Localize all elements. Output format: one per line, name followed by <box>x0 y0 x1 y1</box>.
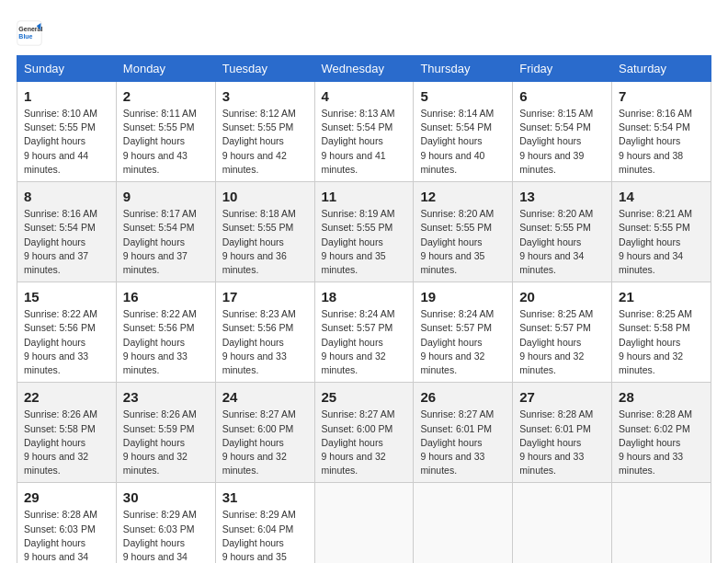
weekday-header: Tuesday <box>215 56 314 82</box>
day-info: Sunrise: 8:23 AMSunset: 5:56 PMDaylight … <box>222 308 296 375</box>
day-info: Sunrise: 8:26 AMSunset: 5:59 PMDaylight … <box>123 408 197 476</box>
day-number: 31 <box>222 488 308 507</box>
day-info: Sunrise: 8:28 AMSunset: 6:03 PMDaylight … <box>24 509 97 563</box>
calendar-cell: 20 Sunrise: 8:25 AMSunset: 5:57 PMDaylig… <box>513 282 612 383</box>
calendar-cell: 17 Sunrise: 8:23 AMSunset: 5:56 PMDaylig… <box>215 282 314 383</box>
day-number: 13 <box>519 187 605 206</box>
day-info: Sunrise: 8:24 AMSunset: 5:57 PMDaylight … <box>420 308 494 375</box>
day-info: Sunrise: 8:16 AMSunset: 5:54 PMDaylight … <box>619 108 692 175</box>
day-info: Sunrise: 8:15 AMSunset: 5:54 PMDaylight … <box>519 108 593 175</box>
day-info: Sunrise: 8:24 AMSunset: 5:57 PMDaylight … <box>322 308 395 375</box>
day-info: Sunrise: 8:20 AMSunset: 5:55 PMDaylight … <box>519 208 593 275</box>
day-info: Sunrise: 8:10 AMSunset: 5:55 PMDaylight … <box>24 108 97 175</box>
day-number: 22 <box>24 387 109 407</box>
day-info: Sunrise: 8:22 AMSunset: 5:56 PMDaylight … <box>24 308 97 375</box>
calendar-cell: 16 Sunrise: 8:22 AMSunset: 5:56 PMDaylig… <box>116 282 215 383</box>
calendar-cell: 2 Sunrise: 8:11 AMSunset: 5:55 PMDayligh… <box>116 82 215 182</box>
calendar-cell: 10 Sunrise: 8:18 AMSunset: 5:55 PMDaylig… <box>215 182 314 282</box>
calendar-cell: 1 Sunrise: 8:10 AMSunset: 5:55 PMDayligh… <box>17 82 117 182</box>
calendar-cell: 18 Sunrise: 8:24 AMSunset: 5:57 PMDaylig… <box>314 282 414 383</box>
day-number: 14 <box>619 187 704 206</box>
weekday-header: Monday <box>116 56 215 82</box>
weekday-header: Thursday <box>414 56 513 82</box>
day-number: 24 <box>222 387 308 407</box>
calendar-cell: 27 Sunrise: 8:28 AMSunset: 6:01 PMDaylig… <box>513 383 612 483</box>
day-number: 25 <box>322 387 407 407</box>
day-info: Sunrise: 8:28 AMSunset: 6:01 PMDaylight … <box>519 408 593 476</box>
day-info: Sunrise: 8:18 AMSunset: 5:55 PMDaylight … <box>222 208 296 275</box>
day-info: Sunrise: 8:27 AMSunset: 6:00 PMDaylight … <box>222 408 296 476</box>
day-info: Sunrise: 8:27 AMSunset: 6:01 PMDaylight … <box>420 408 494 476</box>
calendar-cell: 31 Sunrise: 8:29 AMSunset: 6:04 PMDaylig… <box>215 483 314 563</box>
day-number: 27 <box>519 387 605 407</box>
calendar: SundayMondayTuesdayWednesdayThursdayFrid… <box>17 55 711 563</box>
calendar-cell: 7 Sunrise: 8:16 AMSunset: 5:54 PMDayligh… <box>612 82 711 182</box>
calendar-cell: 9 Sunrise: 8:17 AMSunset: 5:54 PMDayligh… <box>116 182 215 282</box>
calendar-cell: 19 Sunrise: 8:24 AMSunset: 5:57 PMDaylig… <box>414 282 513 383</box>
day-info: Sunrise: 8:12 AMSunset: 5:55 PMDaylight … <box>222 108 296 175</box>
day-info: Sunrise: 8:19 AMSunset: 5:55 PMDaylight … <box>322 208 395 275</box>
calendar-cell: 23 Sunrise: 8:26 AMSunset: 5:59 PMDaylig… <box>116 383 215 483</box>
calendar-cell: 26 Sunrise: 8:27 AMSunset: 6:01 PMDaylig… <box>414 383 513 483</box>
calendar-cell: 29 Sunrise: 8:28 AMSunset: 6:03 PMDaylig… <box>17 483 117 563</box>
day-info: Sunrise: 8:29 AMSunset: 6:03 PMDaylight … <box>123 509 197 563</box>
calendar-cell: 11 Sunrise: 8:19 AMSunset: 5:55 PMDaylig… <box>314 182 414 282</box>
day-number: 16 <box>123 287 209 306</box>
day-info: Sunrise: 8:14 AMSunset: 5:54 PMDaylight … <box>420 108 494 175</box>
day-info: Sunrise: 8:29 AMSunset: 6:04 PMDaylight … <box>222 509 296 563</box>
calendar-cell: 5 Sunrise: 8:14 AMSunset: 5:54 PMDayligh… <box>414 82 513 182</box>
day-number: 7 <box>619 86 704 106</box>
day-info: Sunrise: 8:20 AMSunset: 5:55 PMDaylight … <box>420 208 494 275</box>
weekday-header: Sunday <box>17 56 117 82</box>
day-info: Sunrise: 8:16 AMSunset: 5:54 PMDaylight … <box>24 208 97 275</box>
calendar-cell <box>314 483 414 563</box>
day-number: 21 <box>619 287 704 306</box>
calendar-cell: 28 Sunrise: 8:28 AMSunset: 6:02 PMDaylig… <box>612 383 711 483</box>
weekday-header: Wednesday <box>314 56 414 82</box>
calendar-cell: 25 Sunrise: 8:27 AMSunset: 6:00 PMDaylig… <box>314 383 414 483</box>
calendar-cell: 21 Sunrise: 8:25 AMSunset: 5:58 PMDaylig… <box>612 282 711 383</box>
calendar-cell <box>612 483 711 563</box>
day-number: 26 <box>420 387 506 407</box>
calendar-cell: 24 Sunrise: 8:27 AMSunset: 6:00 PMDaylig… <box>215 383 314 483</box>
day-number: 20 <box>519 287 605 306</box>
day-number: 18 <box>322 287 407 306</box>
header: General Blue <box>17 17 711 46</box>
day-number: 11 <box>322 187 407 206</box>
day-info: Sunrise: 8:22 AMSunset: 5:56 PMDaylight … <box>123 308 197 375</box>
day-info: Sunrise: 8:25 AMSunset: 5:58 PMDaylight … <box>619 308 692 375</box>
logo-icon: General Blue <box>17 20 42 46</box>
weekday-header: Friday <box>513 56 612 82</box>
day-number: 28 <box>619 387 704 407</box>
day-number: 19 <box>420 287 506 306</box>
day-number: 17 <box>222 287 308 306</box>
day-number: 15 <box>24 287 109 306</box>
svg-text:Blue: Blue <box>18 33 32 40</box>
day-number: 1 <box>24 86 109 106</box>
day-number: 29 <box>24 488 109 507</box>
day-number: 12 <box>420 187 506 206</box>
calendar-cell: 22 Sunrise: 8:26 AMSunset: 5:58 PMDaylig… <box>17 383 117 483</box>
day-info: Sunrise: 8:21 AMSunset: 5:55 PMDaylight … <box>619 208 692 275</box>
calendar-cell <box>414 483 513 563</box>
calendar-cell <box>513 483 612 563</box>
calendar-cell: 3 Sunrise: 8:12 AMSunset: 5:55 PMDayligh… <box>215 82 314 182</box>
day-number: 3 <box>222 86 308 106</box>
calendar-cell: 6 Sunrise: 8:15 AMSunset: 5:54 PMDayligh… <box>513 82 612 182</box>
day-number: 4 <box>322 86 407 106</box>
day-info: Sunrise: 8:27 AMSunset: 6:00 PMDaylight … <box>322 408 395 476</box>
calendar-cell: 12 Sunrise: 8:20 AMSunset: 5:55 PMDaylig… <box>414 182 513 282</box>
calendar-cell: 14 Sunrise: 8:21 AMSunset: 5:55 PMDaylig… <box>612 182 711 282</box>
day-info: Sunrise: 8:11 AMSunset: 5:55 PMDaylight … <box>123 108 197 175</box>
day-number: 5 <box>420 86 506 106</box>
calendar-cell: 15 Sunrise: 8:22 AMSunset: 5:56 PMDaylig… <box>17 282 117 383</box>
calendar-cell: 13 Sunrise: 8:20 AMSunset: 5:55 PMDaylig… <box>513 182 612 282</box>
day-number: 30 <box>123 488 209 507</box>
day-info: Sunrise: 8:25 AMSunset: 5:57 PMDaylight … <box>519 308 593 375</box>
calendar-cell: 30 Sunrise: 8:29 AMSunset: 6:03 PMDaylig… <box>116 483 215 563</box>
day-number: 8 <box>24 187 109 206</box>
day-number: 6 <box>519 86 605 106</box>
day-info: Sunrise: 8:26 AMSunset: 5:58 PMDaylight … <box>24 408 97 476</box>
day-info: Sunrise: 8:13 AMSunset: 5:54 PMDaylight … <box>322 108 395 175</box>
day-number: 2 <box>123 86 209 106</box>
